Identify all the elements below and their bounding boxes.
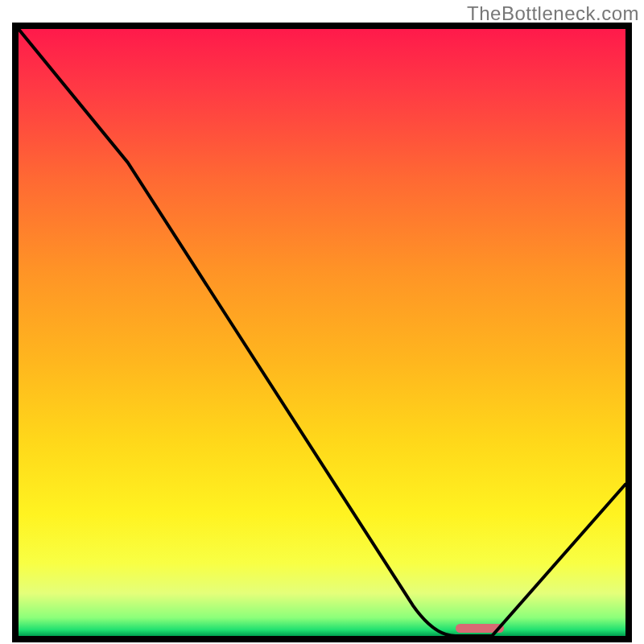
- gradient-background: [19, 29, 625, 636]
- chart-frame: [12, 23, 632, 642]
- highlight-bar: [456, 624, 504, 633]
- watermark-text: TheBottleneck.com: [467, 2, 639, 25]
- plot-area: [19, 29, 625, 636]
